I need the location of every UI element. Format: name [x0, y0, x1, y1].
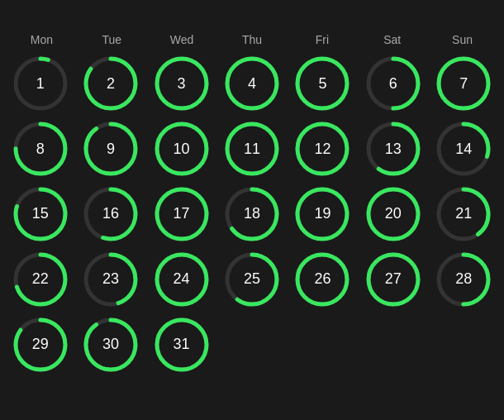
day-number: 30: [102, 336, 119, 353]
day-header-sat: Sat: [357, 30, 427, 50]
day-number: 23: [102, 270, 119, 288]
day-number: 8: [36, 141, 45, 158]
day-cell[interactable]: 7: [430, 53, 497, 115]
day-number: 31: [174, 336, 190, 353]
calendar-grid: 1234567891011121314151617181920212223242…: [0, 53, 504, 375]
day-cell[interactable]: 8: [7, 118, 74, 180]
day-cell[interactable]: 26: [289, 248, 356, 310]
day-number: 25: [244, 270, 260, 288]
day-number: 29: [32, 336, 49, 353]
day-cell[interactable]: 23: [77, 248, 144, 310]
day-number: 19: [314, 205, 330, 222]
calendar-app: MonTueWedThuFriSatSun 123456789101112131…: [0, 0, 504, 375]
day-cell[interactable]: 27: [359, 248, 426, 310]
day-number: 24: [174, 270, 190, 288]
day-cell[interactable]: 5: [289, 53, 356, 115]
day-cell[interactable]: 29: [7, 313, 74, 375]
day-header-mon: Mon: [7, 30, 77, 50]
prev-month-button[interactable]: [20, 15, 36, 21]
day-cell[interactable]: 18: [218, 184, 285, 246]
day-cell[interactable]: 3: [148, 53, 215, 115]
day-header-tue: Tue: [77, 30, 147, 50]
day-number: 18: [244, 205, 260, 222]
day-number: 13: [385, 141, 402, 158]
day-cell[interactable]: 19: [289, 184, 356, 246]
day-cell[interactable]: 9: [77, 118, 144, 180]
day-number: 22: [32, 270, 49, 288]
day-cell[interactable]: 6: [359, 53, 426, 115]
day-header-thu: Thu: [217, 30, 288, 50]
day-cell[interactable]: 11: [218, 118, 285, 180]
day-cell[interactable]: 10: [148, 118, 215, 180]
day-headers-row: MonTueWedThuFriSatSun: [0, 30, 504, 50]
day-cell[interactable]: 14: [430, 118, 497, 180]
day-cell[interactable]: 1: [7, 53, 74, 115]
day-cell[interactable]: 15: [7, 184, 74, 246]
day-cell[interactable]: 21: [430, 184, 497, 246]
day-number: 27: [385, 270, 402, 288]
day-cell[interactable]: 20: [359, 184, 426, 246]
day-cell[interactable]: 13: [359, 118, 426, 180]
day-number: 16: [102, 205, 119, 222]
day-number: 20: [385, 205, 402, 222]
day-cell[interactable]: 17: [148, 184, 215, 246]
day-number: 6: [389, 75, 397, 93]
day-number: 2: [107, 75, 115, 93]
day-number: 9: [107, 141, 115, 158]
day-number: 12: [314, 141, 330, 158]
day-cell[interactable]: 25: [218, 248, 285, 310]
day-number: 7: [459, 75, 468, 93]
day-header-sun: Sun: [427, 30, 497, 50]
day-cell[interactable]: 28: [430, 248, 497, 310]
day-cell[interactable]: 31: [148, 313, 215, 375]
day-number: 26: [314, 270, 330, 288]
day-number: 4: [248, 75, 256, 93]
day-number: 3: [178, 75, 186, 93]
day-number: 14: [455, 141, 472, 158]
day-number: 10: [174, 141, 190, 158]
day-cell[interactable]: 12: [289, 118, 356, 180]
day-number: 17: [174, 205, 190, 222]
day-number: 15: [32, 205, 49, 222]
day-cell[interactable]: 4: [218, 53, 285, 115]
day-cell[interactable]: 22: [7, 248, 74, 310]
day-number: 28: [455, 270, 472, 288]
day-number: 11: [244, 141, 260, 158]
day-number: 1: [36, 75, 45, 93]
day-cell[interactable]: 30: [77, 313, 144, 375]
day-header-fri: Fri: [287, 30, 357, 50]
next-month-button[interactable]: [468, 15, 484, 21]
day-header-wed: Wed: [147, 30, 217, 50]
calendar-header: [0, 0, 504, 30]
day-cell[interactable]: 2: [77, 53, 144, 115]
day-number: 21: [455, 205, 472, 222]
day-cell[interactable]: 24: [148, 248, 215, 310]
day-cell[interactable]: 16: [77, 184, 144, 246]
day-number: 5: [318, 75, 326, 93]
